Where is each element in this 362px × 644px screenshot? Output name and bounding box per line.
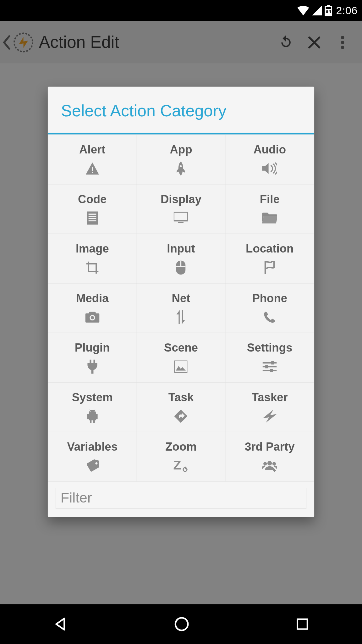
category-label: System [72,391,113,404]
status-clock: 2:06 [336,4,358,17]
svg-text:Z: Z [173,459,181,472]
svg-point-25 [94,411,95,412]
device-frame: 84 2:06 Action Edit [0,0,362,644]
category-net[interactable]: Net [137,284,225,333]
cell-signal-icon [312,6,322,15]
battery-icon: 84 [325,5,332,16]
category-image[interactable]: Image [48,234,136,283]
category-plugin[interactable]: Plugin [48,333,136,382]
category-alert[interactable]: Alert [48,135,136,184]
category-media[interactable]: Media [48,284,136,333]
category-label: Settings [247,341,292,355]
select-action-category-dialog: Select Action Category Alert App Audio [48,87,314,517]
category-audio[interactable]: Audio [226,135,314,184]
sliders-icon [262,359,277,374]
category-zoom[interactable]: Zoom Z [137,432,225,481]
svg-rect-5 [92,167,93,171]
svg-rect-16 [180,260,182,266]
svg-point-30 [263,462,267,465]
flag-icon [262,260,277,275]
alert-icon [85,161,100,176]
category-input[interactable]: Input [137,234,225,283]
nav-back-button[interactable] [53,617,68,632]
svg-rect-10 [88,216,96,217]
zoom-icon: Z [173,458,189,473]
folder-icon [262,211,277,226]
svg-point-19 [91,316,94,319]
category-settings[interactable]: Settings [226,333,314,382]
crop-icon [85,260,100,275]
lightning-icon [262,409,277,424]
android-icon [85,409,100,424]
category-label: Audio [253,143,286,157]
svg-point-24 [90,411,91,412]
wifi-icon [297,6,310,15]
svg-rect-22 [265,365,268,368]
category-scene[interactable]: Scene [137,333,225,382]
group-add-icon [262,458,277,473]
svg-rect-11 [88,218,96,219]
status-icons: 84 [297,5,333,16]
phone-icon [262,310,277,325]
category-label: Image [76,242,109,256]
picture-icon [173,359,189,374]
category-label: App [170,143,192,157]
category-phone[interactable]: Phone [226,284,314,333]
category-label: Net [172,291,190,305]
mouse-icon [173,260,189,275]
category-label: 3rd Party [245,440,295,454]
battery-percent: 84 [326,8,332,14]
category-system[interactable]: System [48,383,136,432]
category-grid: Alert App Audio Code [48,135,314,482]
svg-rect-13 [174,212,188,221]
dialog-title: Select Action Category [48,87,314,135]
category-label: Media [76,291,109,305]
category-label: Location [246,242,293,256]
category-label: Input [167,242,195,256]
category-variables[interactable]: Variables [48,432,136,481]
svg-rect-17 [176,266,186,267]
category-label: Scene [164,341,198,355]
svg-rect-20 [174,361,188,373]
android-status-bar: 84 2:06 [0,0,362,21]
svg-rect-33 [297,619,307,629]
svg-rect-21 [271,361,274,364]
category-file[interactable]: File [226,185,314,234]
svg-point-32 [176,618,188,630]
nav-home-button[interactable] [174,617,189,632]
filter-input[interactable] [56,488,306,509]
svg-rect-14 [178,222,184,223]
category-label: Alert [79,143,105,157]
transfer-arrows-icon [173,310,189,325]
svg-point-7 [180,165,182,167]
category-label: Plugin [75,341,110,355]
category-label: File [260,192,280,206]
tag-icon [85,458,100,473]
category-label: Display [161,192,201,206]
directions-icon [173,409,189,424]
category-tasker[interactable]: Tasker [226,383,314,432]
svg-point-31 [272,462,276,465]
category-display[interactable]: Display [137,185,225,234]
filter-row [48,482,314,517]
category-code[interactable]: Code [48,185,136,234]
plug-icon [85,359,100,374]
category-label: Phone [252,291,287,305]
monitor-icon [173,211,189,226]
category-label: Task [168,391,194,404]
svg-point-29 [267,461,272,465]
svg-rect-9 [88,214,96,215]
android-nav-bar [0,604,362,644]
category-thirdparty[interactable]: 3rd Party [226,432,314,481]
category-location[interactable]: Location [226,234,314,283]
category-label: Variables [67,440,118,454]
svg-rect-12 [88,220,96,221]
category-app[interactable]: App [137,135,225,184]
category-label: Code [78,192,107,206]
category-task[interactable]: Task [137,383,225,432]
nav-recents-button[interactable] [296,618,309,631]
camera-icon [85,310,100,325]
svg-rect-6 [92,172,93,173]
category-label: Zoom [165,440,197,454]
rocket-icon [173,161,189,176]
